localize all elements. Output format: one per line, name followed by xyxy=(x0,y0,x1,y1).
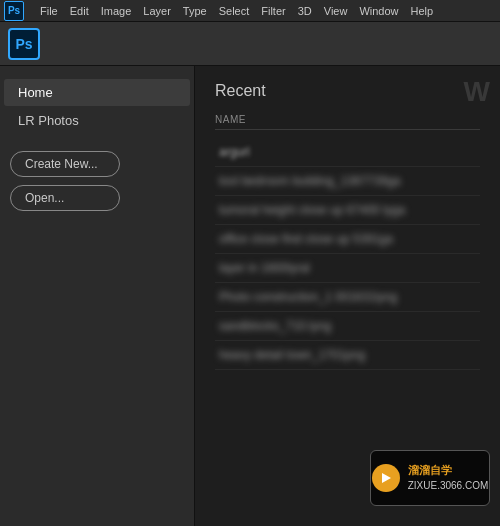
menu-window[interactable]: Window xyxy=(359,5,398,17)
menu-select[interactable]: Select xyxy=(219,5,250,17)
file-list: argurl tool bedroom building_1387739ga t… xyxy=(215,138,480,370)
menu-image[interactable]: Image xyxy=(101,5,132,17)
toolbar: Ps xyxy=(0,22,500,66)
file-item[interactable]: tool bedroom building_1387739ga xyxy=(215,167,480,196)
file-item-name: argurl xyxy=(219,145,250,159)
file-item-name: tool bedroom building_1387739ga xyxy=(219,174,400,188)
ps-app-icon: Ps xyxy=(4,1,24,21)
menu-filter[interactable]: Filter xyxy=(261,5,285,17)
sidebar-item-home[interactable]: Home xyxy=(4,79,190,106)
file-item[interactable]: argurl xyxy=(215,138,480,167)
content-area: W Recent NAME argurl tool bedroom buildi… xyxy=(195,66,500,526)
file-item[interactable]: heavy detail town_1701png xyxy=(215,341,480,370)
menu-file[interactable]: File xyxy=(40,5,58,17)
menu-3d[interactable]: 3D xyxy=(298,5,312,17)
watermark-play-icon xyxy=(372,464,400,492)
sidebar-nav: Home LR Photos xyxy=(0,78,194,135)
file-item-name: heavy detail town_1701png xyxy=(219,348,365,362)
create-new-button[interactable]: Create New... xyxy=(10,151,120,177)
file-item[interactable]: sandblocks_710.lyng xyxy=(215,312,480,341)
file-item[interactable]: tumoral height close up 67400 lyga xyxy=(215,196,480,225)
sidebar-item-lr-photos[interactable]: LR Photos xyxy=(4,107,190,134)
file-item[interactable]: layer in 1600lyral xyxy=(215,254,480,283)
sidebar: Home LR Photos Create New... Open... xyxy=(0,66,195,526)
watermark-site-name: 溜溜自学 xyxy=(408,463,489,478)
file-item-name: office close find close up 5391ga xyxy=(219,232,393,246)
menu-type[interactable]: Type xyxy=(183,5,207,17)
partial-w-text: W xyxy=(464,76,490,108)
watermark-text: 溜溜自学 ZIXUE.3066.COM xyxy=(408,463,489,492)
watermark-site-url: ZIXUE.3066.COM xyxy=(408,479,489,493)
file-item-name: sandblocks_710.lyng xyxy=(219,319,331,333)
menu-view[interactable]: View xyxy=(324,5,348,17)
sidebar-buttons: Create New... Open... xyxy=(0,151,194,211)
file-item[interactable]: Photo construction_1 001631lyng xyxy=(215,283,480,312)
watermark-overlay: 溜溜自学 ZIXUE.3066.COM xyxy=(370,450,490,506)
ps-logo: Ps xyxy=(8,28,40,60)
file-item[interactable]: office close find close up 5391ga xyxy=(215,225,480,254)
file-item-name: tumoral height close up 67400 lyga xyxy=(219,203,405,217)
main-layout: Home LR Photos Create New... Open... W R… xyxy=(0,66,500,526)
menu-help[interactable]: Help xyxy=(411,5,434,17)
menu-edit[interactable]: Edit xyxy=(70,5,89,17)
open-button[interactable]: Open... xyxy=(10,185,120,211)
menu-bar: Ps File Edit Image Layer Type Select Fil… xyxy=(0,0,500,22)
file-item-name: layer in 1600lyral xyxy=(219,261,310,275)
file-item-name: Photo construction_1 001631lyng xyxy=(219,290,397,304)
column-header-name: NAME xyxy=(215,114,480,130)
menu-layer[interactable]: Layer xyxy=(143,5,171,17)
recent-section-title: Recent xyxy=(215,82,480,100)
